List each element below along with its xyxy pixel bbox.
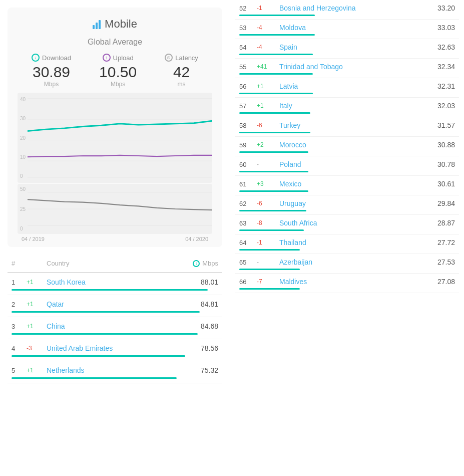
- row-data: 58 -6 Turkey 31.57: [239, 121, 455, 129]
- mbps-val: 27.08: [437, 278, 455, 286]
- country-name: Italy: [279, 102, 437, 110]
- rank-num: 55: [239, 63, 257, 71]
- mbps-val: 32.31: [437, 82, 455, 90]
- speed-bar: [12, 311, 200, 313]
- speed-bar: [239, 54, 313, 55]
- change-val: -4: [257, 24, 279, 31]
- right-table-row: 53 -4 Moldova 33.03: [235, 20, 459, 39]
- rank-num: 2: [12, 301, 27, 308]
- speed-bar: [239, 15, 315, 16]
- speed-bar: [12, 377, 177, 379]
- mbps-val: 28.87: [437, 219, 455, 227]
- right-rows-container: 52 -1 Bosnia and Herzegovina 33.20 53 -4…: [235, 0, 459, 293]
- mbps-val: 30.61: [437, 180, 455, 188]
- right-table-row: 61 +3 Mexico 30.61: [235, 176, 459, 195]
- change-val: +2: [257, 141, 279, 148]
- right-table-row: 55 +41 Trinidad and Tobago 32.34: [235, 59, 459, 78]
- right-table-row: 58 -6 Turkey 31.57: [235, 117, 459, 137]
- right-table-row: 60 - Poland 30.78: [235, 156, 459, 176]
- country-name: Latvia: [279, 82, 437, 90]
- speed-bar: [239, 132, 310, 133]
- mbps-val: 84.81: [201, 300, 218, 308]
- page-title: Mobile: [105, 18, 137, 31]
- change-val: -1: [257, 5, 279, 12]
- mbps-val: 78.56: [201, 344, 218, 352]
- download-unit: Mbps: [32, 81, 71, 88]
- right-table-row: 66 -7 Maldives 27.08: [235, 274, 459, 293]
- country-name: South Africa: [279, 219, 437, 227]
- country-name: Uruguay: [279, 199, 437, 207]
- left-table: # Country ↓ Mbps 1 +1 South Korea 88.01 …: [0, 255, 230, 383]
- country-name: Thailand: [279, 239, 437, 247]
- table-row: 2 +1 Qatar 84.81: [8, 295, 222, 317]
- change-val: -7: [257, 278, 279, 285]
- upload-label: ↑ Upload: [99, 54, 137, 62]
- table-row: 5 +1 Netherlands 75.32: [8, 361, 222, 383]
- row-data: 59 +2 Morocco 30.88: [239, 141, 455, 149]
- mbps-download-icon: ↓: [193, 260, 200, 267]
- upload-stat: ↑ Upload 10.50 Mbps: [99, 54, 137, 88]
- change-val: +1: [257, 102, 279, 109]
- change-val: -: [257, 259, 279, 266]
- mbps-val: 32.34: [437, 63, 455, 71]
- rank-num: 65: [239, 259, 257, 266]
- latency-icon: ⊙: [165, 54, 173, 62]
- table-row: 1 +1 South Korea 88.01: [8, 273, 222, 295]
- change-val: -6: [257, 122, 279, 129]
- mbps-val: 30.78: [437, 160, 455, 168]
- row-data: 60 - Poland 30.78: [239, 160, 455, 168]
- row-data: 64 -1 Thailand 27.72: [239, 239, 455, 247]
- download-icon: ↓: [32, 54, 40, 62]
- right-table-row: 64 -1 Thailand 27.72: [235, 234, 459, 254]
- mbps-val: 27.72: [437, 239, 455, 247]
- change-val: -3: [27, 345, 47, 352]
- row-data: 66 -7 Maldives 27.08: [239, 278, 455, 286]
- rank-num: 3: [12, 323, 27, 330]
- speed-bar: [239, 210, 306, 211]
- country-name: Trinidad and Tobago: [279, 63, 437, 71]
- speed-bar: [239, 249, 300, 251]
- right-panel: 52 -1 Bosnia and Herzegovina 33.20 53 -4…: [230, 0, 464, 476]
- chart-card: Mobile Global Average ↓ Download 30.89 M…: [8, 8, 222, 247]
- country-name: Spain: [279, 43, 437, 51]
- country-name: Mexico: [279, 180, 437, 188]
- left-rows-container: 1 +1 South Korea 88.01 2 +1 Qatar 84.81 …: [8, 273, 222, 383]
- mbps-val: 31.57: [437, 121, 455, 129]
- row-data: 52 -1 Bosnia and Herzegovina 33.20: [239, 4, 455, 12]
- table-row: 4 -3 United Arab Emirates 78.56: [8, 339, 222, 361]
- speed-bar: [239, 112, 310, 114]
- country-name: Azerbaijan: [279, 258, 437, 266]
- rank-num: 62: [239, 200, 257, 207]
- row-data: 62 -6 Uruguay 29.84: [239, 199, 455, 207]
- change-val: +1: [27, 367, 47, 374]
- download-label: ↓ Download: [32, 54, 71, 62]
- latency-svg: [28, 184, 212, 234]
- row-data: 61 +3 Mexico 30.61: [239, 180, 455, 188]
- row-data: 4 -3 United Arab Emirates 78.56: [12, 344, 218, 352]
- rank-num: 52: [239, 5, 257, 12]
- change-val: +1: [27, 301, 47, 308]
- right-table-row: 63 -8 South Africa 28.87: [235, 215, 459, 234]
- header-mbps: ↓ Mbps: [193, 260, 218, 267]
- row-data: 63 -8 South Africa 28.87: [239, 219, 455, 227]
- mbps-val: 27.53: [437, 258, 455, 266]
- speed-bar: [239, 93, 313, 94]
- row-data: 56 +1 Latvia 32.31: [239, 82, 455, 90]
- upload-icon: ↑: [103, 54, 111, 62]
- rank-num: 61: [239, 180, 257, 188]
- mbps-val: 32.03: [437, 102, 455, 110]
- mbps-val: 33.20: [437, 4, 455, 12]
- table-header: # Country ↓ Mbps: [8, 255, 222, 273]
- speed-bar: [239, 288, 300, 290]
- rank-num: 53: [239, 24, 257, 32]
- row-data: 57 +1 Italy 32.03: [239, 102, 455, 110]
- speed-bar: [239, 151, 308, 153]
- header-rank: #: [12, 260, 27, 267]
- latency-chart: 50250: [18, 184, 212, 234]
- rank-num: 64: [239, 239, 257, 247]
- card-title: Mobile: [18, 18, 212, 31]
- latency-unit: ms: [165, 81, 198, 88]
- rank-num: 59: [239, 141, 257, 149]
- row-data: 55 +41 Trinidad and Tobago 32.34: [239, 63, 455, 71]
- speed-bar: [12, 289, 208, 291]
